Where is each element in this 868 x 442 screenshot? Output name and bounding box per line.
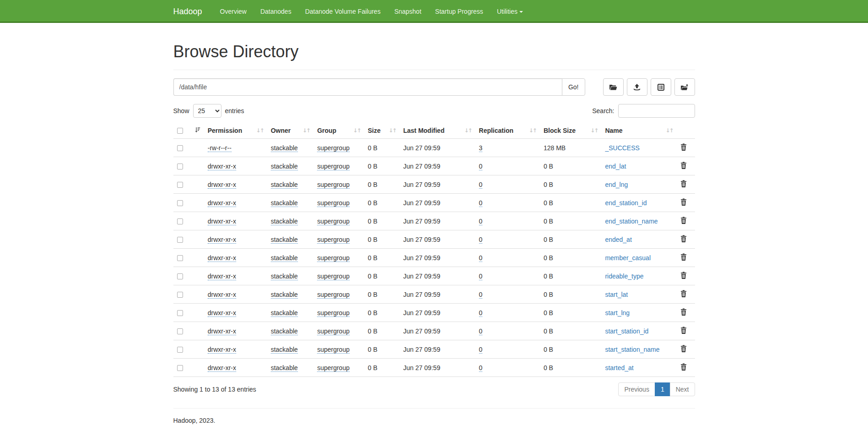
delete-button[interactable]	[680, 272, 687, 279]
column-header-size[interactable]: Size↓↑	[364, 122, 400, 139]
owner-editable-value[interactable]: stackable	[271, 346, 298, 354]
row-checkbox[interactable]	[177, 347, 183, 353]
delete-button[interactable]	[680, 345, 687, 352]
column-header-name[interactable]: Name↓↑	[601, 122, 676, 139]
replication-editable-value[interactable]: 0	[479, 236, 483, 244]
replication-editable-value[interactable]: 3	[479, 144, 483, 152]
permission-editable-value[interactable]: drwxr-xr-x	[208, 327, 236, 335]
row-checkbox[interactable]	[177, 237, 183, 243]
file-name-link[interactable]: start_station_id	[605, 327, 648, 335]
owner-editable-value[interactable]: stackable	[271, 273, 298, 280]
navbar-link[interactable]: Overview	[213, 0, 253, 23]
upload-files-button[interactable]	[627, 78, 647, 96]
pagination-next[interactable]: Next	[670, 382, 695, 396]
replication-editable-value[interactable]: 0	[479, 218, 483, 225]
delete-button[interactable]	[680, 162, 687, 169]
column-header-owner[interactable]: Owner↓↑	[267, 122, 313, 139]
permission-editable-value[interactable]: drwxr-xr-x	[208, 254, 236, 262]
replication-editable-value[interactable]: 0	[479, 181, 483, 189]
row-checkbox[interactable]	[177, 145, 183, 151]
permission-editable-value[interactable]: drwxr-xr-x	[208, 163, 236, 170]
page-size-select[interactable]: 25	[193, 104, 221, 118]
navbar-link[interactable]: Snapshot	[388, 0, 428, 23]
group-editable-value[interactable]: supergroup	[317, 163, 350, 170]
row-checkbox[interactable]	[177, 164, 183, 169]
delete-button[interactable]	[680, 198, 687, 206]
permission-editable-value[interactable]: drwxr-xr-x	[208, 199, 236, 207]
current-page-link[interactable]: 1	[655, 382, 670, 396]
column-header-group[interactable]: Group↓↑	[313, 122, 364, 139]
row-checkbox[interactable]	[177, 255, 183, 261]
delete-button[interactable]	[680, 180, 687, 187]
go-button[interactable]: Go!	[562, 78, 585, 96]
replication-editable-value[interactable]: 0	[479, 199, 483, 207]
owner-editable-value[interactable]: stackable	[271, 254, 298, 262]
file-name-link[interactable]: start_station_name	[605, 346, 659, 353]
replication-editable-value[interactable]: 0	[479, 346, 483, 354]
move-button[interactable]	[674, 78, 695, 96]
owner-editable-value[interactable]: stackable	[271, 163, 298, 170]
replication-editable-value[interactable]: 0	[479, 273, 483, 280]
delete-button[interactable]	[680, 327, 687, 334]
row-checkbox[interactable]	[177, 218, 183, 224]
permission-editable-value[interactable]: drwxr-xr-x	[208, 236, 236, 244]
group-editable-value[interactable]: supergroup	[317, 254, 350, 262]
delete-button[interactable]	[680, 217, 687, 224]
group-editable-value[interactable]: supergroup	[317, 291, 350, 299]
row-checkbox[interactable]	[177, 365, 183, 371]
owner-editable-value[interactable]: stackable	[271, 309, 298, 317]
file-name-link[interactable]: start_lng	[605, 309, 630, 316]
owner-editable-value[interactable]: stackable	[271, 199, 298, 207]
file-name-link[interactable]: _SUCCESS	[605, 144, 639, 152]
group-editable-value[interactable]: supergroup	[317, 144, 350, 152]
permission-editable-value[interactable]: drwxr-xr-x	[208, 218, 236, 225]
file-name-link[interactable]: end_lng	[605, 181, 628, 188]
select-all-header[interactable]	[173, 122, 204, 139]
replication-editable-value[interactable]: 0	[479, 254, 483, 262]
file-name-link[interactable]: ended_at	[605, 236, 631, 243]
row-checkbox[interactable]	[177, 328, 183, 334]
permission-editable-value[interactable]: -rw-r--r--	[208, 144, 232, 152]
select-all-checkbox[interactable]	[177, 128, 183, 134]
delete-button[interactable]	[680, 363, 687, 371]
navbar-brand[interactable]: Hadoop	[173, 0, 213, 23]
file-name-link[interactable]: rideable_type	[605, 273, 643, 280]
column-header-replication[interactable]: Replication↓↑	[475, 122, 540, 139]
group-editable-value[interactable]: supergroup	[317, 364, 350, 372]
delete-button[interactable]	[680, 143, 687, 151]
navbar-link[interactable]: Datanodes	[253, 0, 298, 23]
directory-path-input[interactable]	[173, 78, 562, 96]
delete-button[interactable]	[680, 290, 687, 297]
file-name-link[interactable]: started_at	[605, 364, 633, 371]
pagination-page-1[interactable]: 1	[655, 382, 670, 396]
owner-editable-value[interactable]: stackable	[271, 181, 298, 189]
row-checkbox[interactable]	[177, 273, 183, 279]
group-editable-value[interactable]: supergroup	[317, 236, 350, 244]
paste-button[interactable]	[651, 78, 671, 96]
delete-button[interactable]	[680, 253, 687, 261]
group-editable-value[interactable]: supergroup	[317, 199, 350, 207]
permission-editable-value[interactable]: drwxr-xr-x	[208, 364, 236, 372]
owner-editable-value[interactable]: stackable	[271, 144, 298, 152]
replication-editable-value[interactable]: 0	[479, 309, 483, 317]
pagination-previous[interactable]: Previous	[618, 382, 655, 396]
replication-editable-value[interactable]: 0	[479, 364, 483, 372]
row-checkbox[interactable]	[177, 182, 183, 188]
file-name-link[interactable]: end_station_id	[605, 199, 647, 207]
permission-editable-value[interactable]: drwxr-xr-x	[208, 346, 236, 354]
permission-editable-value[interactable]: drwxr-xr-x	[208, 291, 236, 299]
file-name-link[interactable]: end_lat	[605, 163, 626, 170]
delete-button[interactable]	[680, 308, 687, 316]
owner-editable-value[interactable]: stackable	[271, 291, 298, 299]
permission-editable-value[interactable]: drwxr-xr-x	[208, 273, 236, 280]
replication-editable-value[interactable]: 0	[479, 163, 483, 170]
create-directory-button[interactable]	[603, 78, 624, 96]
file-name-link[interactable]: end_station_name	[605, 218, 658, 225]
column-header-permission[interactable]: Permission↓↑	[204, 122, 267, 139]
search-input[interactable]	[618, 104, 695, 118]
column-header-last-modified[interactable]: Last Modified↓↑	[399, 122, 475, 139]
group-editable-value[interactable]: supergroup	[317, 218, 350, 225]
group-editable-value[interactable]: supergroup	[317, 181, 350, 189]
owner-editable-value[interactable]: stackable	[271, 364, 298, 372]
group-editable-value[interactable]: supergroup	[317, 327, 350, 335]
